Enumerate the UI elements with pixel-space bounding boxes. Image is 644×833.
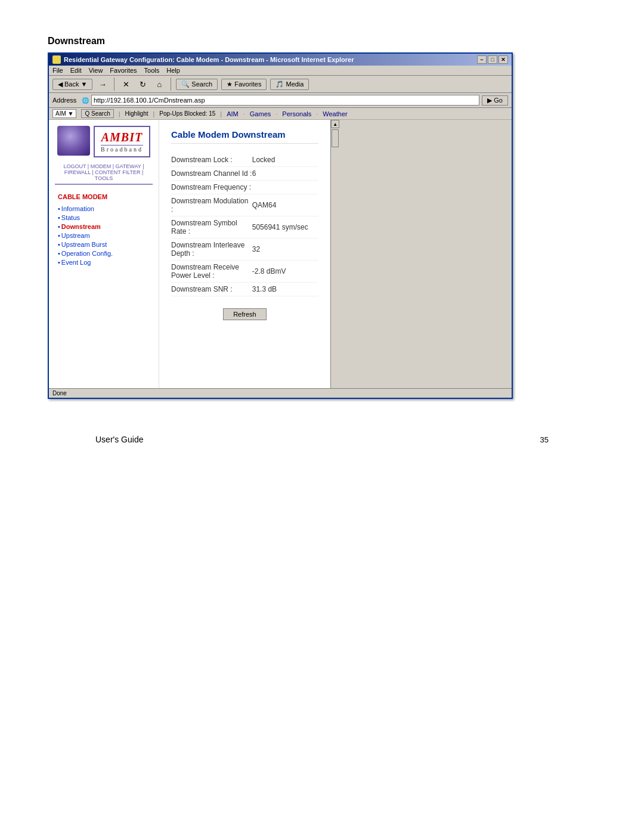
search-icon: 🔍 (181, 80, 190, 88)
favorites-label: Favorites (234, 80, 261, 88)
nav-links-text: LOGOUT | MODEM | GATEWAY | FIREWALL | CO… (63, 163, 144, 181)
home-button[interactable]: ⌂ (153, 78, 166, 91)
row-label-0: Downstream Lock : (171, 156, 252, 164)
nav-link-operation-config[interactable]: Operation Config. (61, 250, 113, 257)
refresh-button[interactable]: Refresh (223, 308, 267, 320)
go-label: Go (494, 97, 503, 104)
scrollbar-right[interactable]: ▲ (330, 120, 340, 388)
nav-item-event-log[interactable]: Event Log (58, 259, 113, 266)
favorites-button[interactable]: ★ Favorites (221, 79, 267, 90)
nav-link-information[interactable]: Information (61, 205, 94, 212)
menu-bar: File Edit View Favorites Tools Help (49, 66, 512, 76)
address-icon: 🌐 (82, 97, 89, 104)
close-button[interactable]: ✕ (499, 55, 508, 64)
back-button[interactable]: ◀ Back ▼ (52, 79, 92, 90)
nav-link-status[interactable]: Status (61, 214, 80, 221)
table-row: Downstream SNR : 31.3 dB (171, 283, 318, 296)
table-row: Downstream Frequency : (171, 181, 318, 194)
nav-item-information[interactable]: Information (58, 205, 113, 212)
left-nav: AMBIT Broadband LOGOUT | MODEM | GATEWAY… (49, 120, 159, 388)
back-dropdown-icon: ▼ (80, 80, 87, 88)
nav-link-upstream[interactable]: Upstream (61, 232, 90, 239)
minimize-button[interactable]: − (477, 55, 487, 64)
links-separator-4: · (243, 110, 245, 117)
scroll-up-arrow[interactable]: ▲ (331, 120, 339, 128)
weather-link[interactable]: Weather (323, 110, 347, 117)
sidebar-section-title: CABLE MODEM (58, 193, 107, 200)
table-row: Downstream Symbol Rate : 5056941 sym/sec (171, 216, 318, 239)
aim-button[interactable]: AIM ▼ (52, 109, 76, 118)
menu-file[interactable]: File (52, 67, 63, 74)
row-value-6: -2.8 dBmV (252, 267, 286, 275)
nav-link-upstream-burst[interactable]: Upstream Burst (61, 241, 107, 248)
refresh-toolbar-button[interactable]: ↻ (136, 78, 149, 91)
nav-link-event-log[interactable]: Event Log (61, 259, 91, 266)
row-value-3: QAM64 (252, 201, 277, 209)
go-button[interactable]: ▶ Go (482, 95, 508, 106)
content-area: AMBIT Broadband LOGOUT | MODEM | GATEWAY… (49, 120, 330, 388)
menu-tools[interactable]: Tools (144, 67, 160, 74)
nav-item-operation-config[interactable]: Operation Config. (58, 250, 113, 257)
games-link[interactable]: Games (250, 110, 271, 117)
links-separator-2: | (153, 110, 155, 117)
nav-item-upstream[interactable]: Upstream (58, 232, 113, 239)
media-icon: 🎵 (275, 80, 284, 88)
address-label: Address (52, 97, 79, 104)
ambit-logo: AMBIT Broadband (94, 126, 150, 157)
popups-blocked-label: Pop-Ups Blocked: 15 (159, 110, 215, 117)
page-footer: User's Guide 35 (48, 435, 596, 444)
browser-window: Residential Gateway Configuration: Cable… (48, 52, 513, 399)
title-bar-left: Residential Gateway Configuration: Cable… (52, 55, 354, 64)
logo-area: AMBIT Broadband (57, 126, 150, 160)
status-bar: Done (49, 388, 512, 398)
table-row: Downstream Channel Id : 6 (171, 167, 318, 181)
toolbar: ◀ Back ▼ → ✕ ↻ ⌂ 🔍 Search ★ Favorites 🎵 … (49, 76, 512, 93)
aim-link[interactable]: AIM (227, 110, 239, 117)
status-text: Done (52, 390, 67, 397)
row-value-1: 6 (252, 169, 256, 178)
page-title: Cable Modem Downstream (171, 129, 318, 144)
info-table: Downstream Lock : Locked Downstream Chan… (171, 153, 318, 296)
nav-links-bar: LOGOUT | MODEM | GATEWAY | FIREWALL | CO… (55, 163, 153, 185)
links-separator-6: · (316, 110, 318, 117)
menu-favorites[interactable]: Favorites (110, 67, 137, 74)
row-value-0: Locked (252, 156, 275, 164)
scroll-thumb[interactable] (332, 129, 339, 147)
nav-link-downstream[interactable]: Downstream (61, 223, 101, 230)
nav-list: Information Status Downstream Upstream U… (58, 205, 113, 268)
nav-item-upstream-burst[interactable]: Upstream Burst (58, 241, 113, 248)
search-toolbar-button[interactable]: 🔍 Search (176, 79, 218, 90)
links-separator-3: | (220, 110, 222, 117)
links-search-button[interactable]: Q Search (81, 109, 113, 118)
star-icon: ★ (227, 80, 233, 88)
search-label: Search (191, 80, 212, 88)
title-bar-buttons[interactable]: − □ ✕ (477, 55, 508, 64)
row-value-4: 5056941 sym/sec (252, 223, 308, 231)
stop-button[interactable]: ✕ (119, 78, 132, 91)
go-arrow-icon: ▶ (487, 97, 492, 104)
nav-item-downstream[interactable]: Downstream (58, 223, 113, 230)
broadband-text: Broadband (101, 146, 143, 153)
links-separator-1: | (119, 110, 120, 117)
personals-link[interactable]: Personals (282, 110, 311, 117)
browser-icon (52, 55, 61, 64)
footer-page-number: 35 (540, 435, 549, 444)
toolbar-separator-2 (171, 78, 171, 91)
row-label-5: Downstream Interleave Depth : (171, 241, 252, 258)
menu-edit[interactable]: Edit (70, 67, 82, 74)
row-value-7: 31.3 dB (252, 285, 277, 293)
restore-button[interactable]: □ (488, 55, 497, 64)
row-label-3: Downstream Modulation : (171, 197, 252, 213)
row-label-6: Downstream Receive Power Level : (171, 263, 252, 280)
back-arrow-icon: ◀ (58, 80, 63, 88)
links-separator-5: · (275, 110, 277, 117)
menu-view[interactable]: View (89, 67, 103, 74)
content-wrapper: AMBIT Broadband LOGOUT | MODEM | GATEWAY… (49, 120, 512, 388)
table-row: Downstream Lock : Locked (171, 153, 318, 167)
forward-button[interactable]: → (96, 78, 109, 91)
address-input[interactable] (91, 95, 479, 106)
menu-help[interactable]: Help (166, 67, 180, 74)
media-button[interactable]: 🎵 Media (270, 79, 309, 90)
nav-item-status[interactable]: Status (58, 214, 113, 221)
title-bar: Residential Gateway Configuration: Cable… (49, 54, 512, 66)
